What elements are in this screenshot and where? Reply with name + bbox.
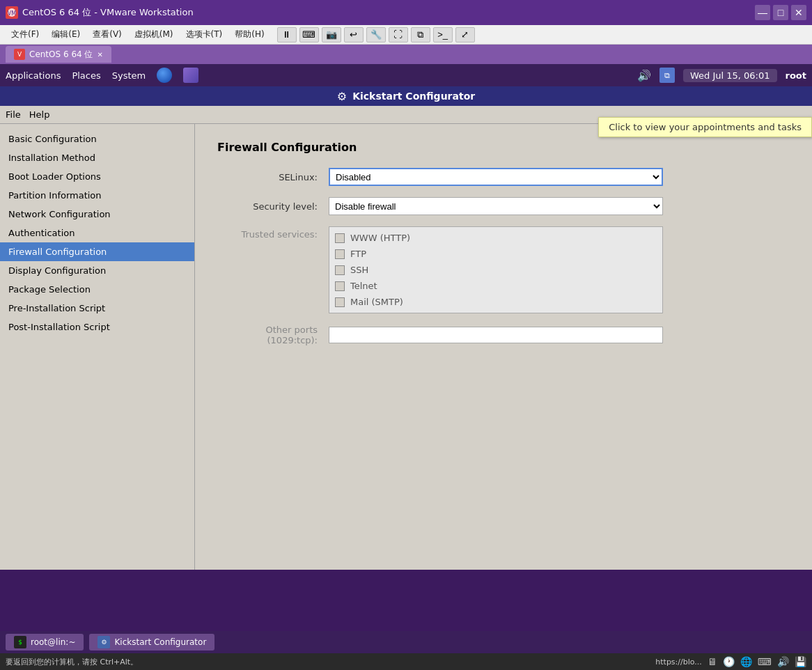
security-level-row: Security level: Disable firewall Enable … — [217, 197, 790, 215]
trusted-services-box: WWW (HTTP) FTP SSH Telnet — [329, 226, 663, 313]
service-item-www: WWW (HTTP) — [329, 230, 662, 246]
statusbar: 要返回到您的计算机，请按 Ctrl+Alt。 https://blo... 🖥 … — [0, 653, 812, 670]
revert-button[interactable]: ↩ — [344, 27, 364, 42]
sidebar-item-partition-information[interactable]: Partition Information — [0, 186, 194, 205]
svg-text:VM: VM — [8, 10, 16, 17]
sidebar-item-boot-loader-options[interactable]: Boot Loader Options — [0, 167, 194, 186]
taskbar-terminal[interactable]: $ root@lin:~ — [6, 634, 84, 650]
ssh-checkbox[interactable] — [335, 265, 345, 275]
title-bar: VM CentOS 6 64 位 - VMware Workstation — … — [0, 0, 812, 25]
minimize-button[interactable]: — — [755, 5, 770, 20]
maximize-button[interactable]: □ — [773, 5, 788, 20]
ftp-checkbox[interactable] — [335, 249, 345, 259]
mail-label: Mail (SMTP) — [350, 297, 403, 307]
send-ctrl-alt-del-button[interactable]: ⌨ — [299, 27, 319, 42]
statusbar-right: https://blo... 🖥 🕐 🌐 ⌨ 🔊 💾 — [655, 656, 806, 667]
service-item-telnet: Telnet — [329, 278, 662, 294]
app-icon: VM — [6, 6, 18, 19]
www-checkbox[interactable] — [335, 233, 345, 243]
tooltip-text: Click to view your appointments and task… — [609, 122, 802, 132]
tooltip-overlay: Click to view your appointments and task… — [598, 117, 812, 137]
vmware-tools-button[interactable]: 🔧 — [366, 27, 386, 42]
menu-view[interactable]: 查看(V) — [87, 27, 127, 42]
kickstart-taskbar-icon: ⚙ — [97, 636, 110, 648]
network-manager-icon[interactable]: ⧉ — [659, 68, 675, 83]
telnet-checkbox[interactable] — [335, 281, 345, 291]
ks-menu-file[interactable]: File — [6, 109, 21, 120]
network-icon[interactable] — [157, 68, 172, 83]
menu-edit[interactable]: 编辑(E) — [46, 27, 86, 42]
service-item-ftp: FTP — [329, 246, 662, 262]
unity-button[interactable]: ⧉ — [411, 27, 430, 42]
sidebar-item-basic-configuration[interactable]: Basic Configuration — [0, 130, 194, 148]
trusted-services-label: Trusted services: — [217, 226, 329, 240]
tab-bar: V CentOS 6 64 位 ✕ — [0, 45, 812, 64]
statusbar-left-text: 要返回到您的计算机，请按 Ctrl+Alt。 — [6, 657, 138, 667]
vm-tab-close[interactable]: ✕ — [97, 51, 102, 59]
kickstart-icon: ⚙ — [337, 90, 347, 103]
monitor-icon: 🖥 — [708, 656, 717, 667]
other-ports-row: Other ports (1029:tcp): — [217, 325, 790, 345]
fullscreen-button[interactable]: ⛶ — [389, 27, 408, 42]
other-ports-input[interactable] — [329, 327, 663, 343]
usb-icon: 💾 — [795, 656, 806, 667]
menu-help[interactable]: 帮助(H) — [229, 27, 270, 42]
menu-file[interactable]: 文件(F) — [6, 27, 45, 42]
sidebar-item-firewall-configuration[interactable]: Firewall Configuration — [0, 242, 194, 261]
trusted-services-row: Trusted services: WWW (HTTP) FTP SSH — [217, 226, 790, 313]
gnome-applications[interactable]: Applications — [6, 70, 61, 81]
clock-display[interactable]: Wed Jul 15, 06:01 — [683, 69, 777, 82]
selinux-label: SELinux: — [217, 172, 329, 182]
user-name: root — [786, 70, 807, 81]
menu-tabs[interactable]: 选项卡(T) — [180, 27, 228, 42]
close-button[interactable]: ✕ — [791, 5, 806, 20]
security-level-select[interactable]: Disable firewall Enable firewall — [329, 197, 663, 215]
sidebar-item-installation-method[interactable]: Installation Method — [0, 148, 194, 167]
volume-icon[interactable]: 🔊 — [637, 69, 651, 82]
vm-tab[interactable]: V CentOS 6 64 位 ✕ — [6, 46, 111, 63]
mail-checkbox[interactable] — [335, 297, 345, 307]
main-panel: Firewall Configuration SELinux: Disabled… — [195, 124, 812, 570]
ks-menu-help[interactable]: Help — [29, 109, 50, 120]
www-label: WWW (HTTP) — [350, 233, 410, 243]
sidebar: Basic Configuration Installation Method … — [0, 124, 195, 570]
pause-button[interactable]: ⏸ — [277, 27, 297, 42]
security-level-label: Security level: — [217, 201, 329, 212]
service-item-mail: Mail (SMTP) — [329, 294, 662, 310]
taskbar: $ root@lin:~ ⚙ Kickstart Configurator — [0, 631, 812, 653]
ssh-label: SSH — [350, 265, 368, 275]
snapshot-button[interactable]: 📷 — [322, 27, 341, 42]
gnome-system[interactable]: System — [112, 70, 146, 81]
vm-tab-icon: V — [14, 49, 25, 60]
network-status-icon: 🌐 — [740, 656, 752, 667]
other-ports-label: Other ports (1029:tcp): — [217, 325, 329, 345]
window-title: CentOS 6 64 位 - VMware Workstation — [22, 6, 194, 19]
service-item-ssh: SSH — [329, 262, 662, 278]
sidebar-item-network-configuration[interactable]: Network Configuration — [0, 205, 194, 224]
sidebar-item-pre-installation-script[interactable]: Pre-Installation Script — [0, 299, 194, 318]
section-title: Firewall Configuration — [217, 141, 790, 154]
terminal-label: root@lin:~ — [31, 637, 75, 647]
taskbar-kickstart[interactable]: ⚙ Kickstart Configurator — [89, 634, 214, 650]
sidebar-item-authentication[interactable]: Authentication — [0, 224, 194, 242]
volume-status-icon: 🔊 — [777, 656, 789, 667]
selinux-row: SELinux: Disabled Enforcing Permissive — [217, 168, 790, 186]
sidebar-item-package-selection[interactable]: Package Selection — [0, 280, 194, 299]
vmware-menubar: 文件(F) 编辑(E) 查看(V) 虚拟机(M) 选项卡(T) 帮助(H) ⏸ … — [0, 25, 812, 45]
terminal-button[interactable]: >_ — [433, 27, 453, 42]
kickstart-title: Kickstart Configurator — [352, 91, 475, 102]
terminal-icon: $ — [14, 636, 26, 648]
selinux-select[interactable]: Disabled Enforcing Permissive — [329, 168, 663, 186]
kickstart-taskbar-label: Kickstart Configurator — [114, 637, 206, 647]
kickstart-titlebar: ⚙ Kickstart Configurator — [0, 86, 812, 106]
telnet-label: Telnet — [350, 281, 377, 291]
clock-icon: 🕐 — [723, 656, 735, 667]
sidebar-item-post-installation-script[interactable]: Post-Installation Script — [0, 318, 194, 336]
kickstart-content: Basic Configuration Installation Method … — [0, 124, 812, 570]
gnome-places[interactable]: Places — [72, 70, 100, 81]
sidebar-item-display-configuration[interactable]: Display Configuration — [0, 261, 194, 280]
view-switch-button[interactable]: ⤢ — [455, 27, 475, 42]
menu-vm[interactable]: 虚拟机(M) — [129, 27, 179, 42]
keyboard-icon: ⌨ — [758, 656, 772, 667]
vm-launcher-icon[interactable] — [183, 68, 198, 83]
